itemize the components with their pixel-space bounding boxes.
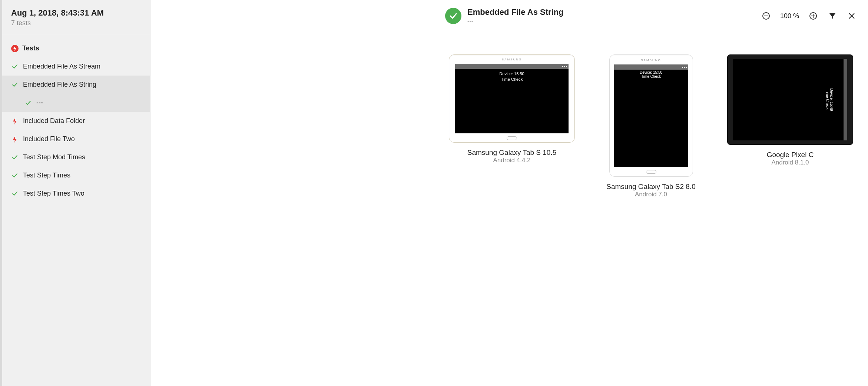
device-os: Android 4.4.2 [467, 157, 556, 164]
device-labels: Samsung Galaxy Tab S 10.5 Android 4.4.2 [467, 149, 556, 164]
screen-text: Device: 15:50 Time Check [455, 71, 569, 83]
device-name: Google Pixel C [767, 151, 814, 159]
device-frame: SAMSUNG Device: 15:50 Time Check [609, 54, 693, 177]
nav-item-label: Included Data Folder [23, 117, 85, 125]
tablet-mockup-landscape: SAMSUNG Device: 15:50 Time Check [449, 54, 575, 143]
sidebar-header: Aug 1, 2018, 8:43:31 AM 7 tests [2, 0, 150, 34]
home-button-icon [646, 170, 656, 174]
android-status-bar [614, 64, 688, 70]
nav-item-label: Test Step Times Two [23, 190, 85, 197]
device-os: Android 8.1.0 [767, 159, 814, 166]
screen-text: Device: 15:50 Time Check [614, 70, 688, 79]
device-brand-label: SAMSUNG [449, 58, 574, 61]
nav-section-label: Tests [22, 44, 39, 52]
check-icon [11, 172, 19, 179]
android-status-bar [455, 64, 569, 69]
check-icon [24, 99, 32, 107]
sidebar: Aug 1, 2018, 8:43:31 AM 7 tests Tests Em… [2, 0, 150, 386]
nav-item-label: Test Step Mod Times [23, 153, 85, 161]
nav-subitem-placeholder[interactable]: --- [2, 94, 150, 112]
device-screen: Device: 15:50 Time Check [455, 64, 569, 133]
topbar-title: Embedded File As String [467, 7, 755, 17]
status-pass-badge [445, 8, 461, 24]
tablet-mockup-portrait: SAMSUNG Device: 15:50 Time Check [609, 54, 693, 177]
nav-item-label: --- [36, 99, 43, 107]
nav-item-label: Embedded File As Stream [23, 63, 100, 70]
screen-line-2: Time Check [825, 90, 829, 110]
topbar-titles: Embedded File As String --- [467, 7, 755, 24]
screen-line-1: Device: 15:50 [640, 70, 662, 74]
zoom-in-button[interactable] [808, 11, 818, 21]
screen-line-2: Time Check [641, 74, 661, 79]
device-grid: SAMSUNG Device: 15:50 Time Check [434, 32, 868, 386]
check-icon [11, 63, 19, 70]
device-card-pixel-c[interactable]: Device: 15:49 Time Check Google Pixel C … [727, 54, 853, 166]
nav-item-included-file-two[interactable]: Included File Two [2, 130, 150, 148]
sidebar-wrap: Aug 1, 2018, 8:43:31 AM 7 tests Tests Em… [0, 0, 434, 386]
app-root: Aug 1, 2018, 8:43:31 AM 7 tests Tests Em… [0, 0, 868, 386]
zoom-out-button[interactable] [761, 11, 771, 21]
nav-item-label: Test Step Times [23, 172, 70, 179]
check-icon [11, 81, 19, 89]
run-test-count: 7 tests [11, 19, 141, 27]
device-screen: Device: 15:49 Time Check [733, 59, 847, 140]
nav-item-test-step-mod-times[interactable]: Test Step Mod Times [2, 148, 150, 166]
device-screen: Device: 15:50 Time Check [614, 64, 688, 167]
device-name: Samsung Galaxy Tab S2 8.0 [606, 183, 695, 191]
main-panel: Embedded File As String --- 100 % [434, 0, 868, 386]
device-labels: Google Pixel C Android 8.1.0 [767, 151, 814, 166]
device-name: Samsung Galaxy Tab S 10.5 [467, 149, 556, 157]
screen-line-1: Device: 15:50 [499, 71, 524, 76]
tablet-mockup-dark: Device: 15:49 Time Check [727, 54, 853, 145]
topbar: Embedded File As String --- 100 % [434, 0, 868, 32]
topbar-controls: 100 % [761, 11, 857, 21]
device-brand-label: SAMSUNG [610, 59, 693, 62]
check-icon [11, 190, 19, 197]
nav-item-embedded-file-as-stream[interactable]: Embedded File As Stream [2, 57, 150, 76]
check-icon [448, 11, 458, 21]
nav-item-included-data-folder[interactable]: Included Data Folder [2, 112, 150, 130]
nav-section-tests[interactable]: Tests [2, 39, 150, 57]
test-nav: Tests Embedded File As Stream Embedded F… [2, 34, 150, 203]
bolt-circle-icon [11, 45, 19, 52]
scrollbar-icon [844, 59, 847, 140]
home-button-icon [507, 136, 517, 140]
nav-item-label: Included File Two [23, 135, 75, 143]
device-labels: Samsung Galaxy Tab S2 8.0 Android 7.0 [606, 183, 695, 198]
screen-line-1: Device: 15:49 [829, 88, 833, 111]
run-timestamp: Aug 1, 2018, 8:43:31 AM [11, 8, 141, 18]
check-icon [11, 154, 19, 161]
screen-text: Device: 15:49 Time Check [825, 88, 833, 111]
nav-item-label: Embedded File As String [23, 81, 96, 89]
nav-item-test-step-times-two[interactable]: Test Step Times Two [2, 184, 150, 203]
device-os: Android 7.0 [606, 191, 695, 198]
device-card-galaxy-tab-s2-8-0[interactable]: SAMSUNG Device: 15:50 Time Check [590, 54, 712, 198]
device-card-galaxy-tab-s-10-5[interactable]: SAMSUNG Device: 15:50 Time Check [449, 54, 575, 164]
device-frame: Device: 15:49 Time Check [727, 54, 853, 145]
device-frame: SAMSUNG Device: 15:50 Time Check [449, 54, 575, 143]
bolt-icon [11, 136, 19, 143]
topbar-subtitle: --- [467, 18, 755, 24]
filter-button[interactable] [827, 11, 838, 21]
close-button[interactable] [847, 11, 857, 21]
zoom-level: 100 % [780, 12, 799, 20]
bolt-icon [11, 117, 19, 125]
nav-item-test-step-times[interactable]: Test Step Times [2, 166, 150, 184]
screen-line-2: Time Check [501, 77, 523, 81]
nav-item-embedded-file-as-string[interactable]: Embedded File As String [2, 76, 150, 94]
